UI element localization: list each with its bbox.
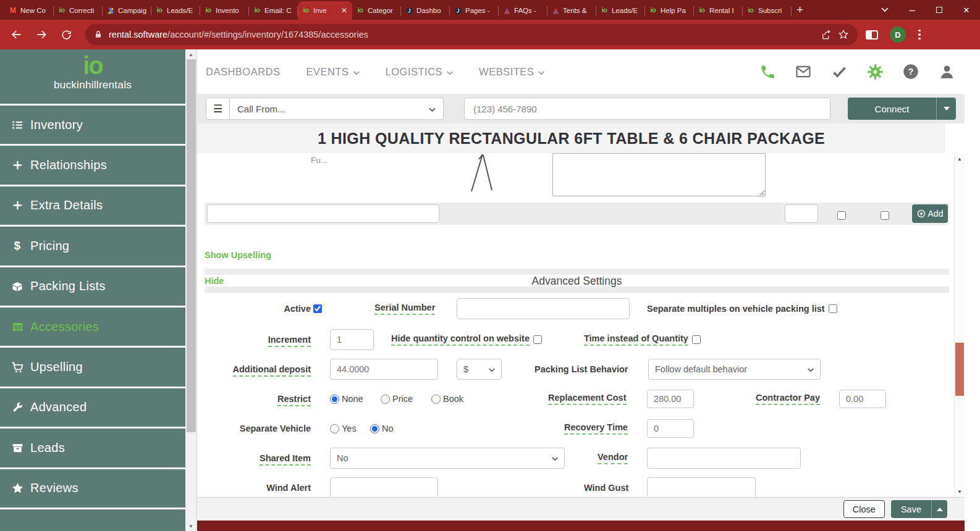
browser-tab[interactable]: ioHelp Pa bbox=[645, 1, 694, 20]
bookmark-star-icon[interactable] bbox=[838, 29, 849, 40]
side-panel-icon[interactable] bbox=[861, 24, 882, 45]
nav-events[interactable]: EVENTS bbox=[306, 66, 360, 78]
browser-tab[interactable]: ioSubscri bbox=[743, 1, 792, 20]
scroll-down-icon[interactable]: ▼ bbox=[185, 521, 196, 531]
close-button[interactable]: Close bbox=[843, 500, 885, 518]
sidebar-scrollbar[interactable]: ▲ ▼ bbox=[185, 49, 196, 531]
time-instead-label: Time instead of Quantity bbox=[584, 333, 688, 346]
sidebar-item-inventory[interactable]: Inventory bbox=[0, 104, 185, 144]
sidebar-scrollbar-thumb[interactable] bbox=[187, 59, 196, 432]
currency-select[interactable]: $ bbox=[457, 359, 502, 380]
minimize-button[interactable]: ─ bbox=[898, 0, 926, 20]
call-from-select[interactable]: Call From... bbox=[229, 98, 444, 120]
hide-qty-checkbox[interactable] bbox=[533, 335, 542, 344]
accessory-name-input[interactable] bbox=[207, 204, 439, 223]
replacement-cost-input[interactable] bbox=[647, 390, 694, 408]
maximize-button[interactable] bbox=[926, 0, 953, 20]
add-button[interactable]: Add bbox=[912, 204, 948, 223]
accessory-checkbox-2[interactable] bbox=[881, 211, 889, 220]
address-bar[interactable]: rental.software/account/#/settings/inven… bbox=[85, 24, 858, 45]
share-icon[interactable] bbox=[821, 29, 832, 40]
back-icon[interactable] bbox=[6, 24, 27, 45]
browser-tab[interactable]: MNew Co bbox=[5, 1, 54, 20]
wind-alert-input[interactable] bbox=[330, 477, 438, 498]
contractor-pay-input[interactable] bbox=[839, 390, 886, 408]
reload-icon[interactable] bbox=[56, 24, 77, 45]
connect-button[interactable]: Connect bbox=[848, 98, 936, 120]
accessory-description-textarea[interactable] bbox=[552, 153, 766, 196]
scroll-up-icon[interactable]: ▲ bbox=[955, 154, 965, 163]
shared-item-select[interactable]: No bbox=[330, 448, 565, 469]
show-upselling-link[interactable]: Show Upselling bbox=[205, 250, 271, 260]
browser-tab[interactable]: ioInvento bbox=[200, 1, 249, 20]
browser-tab[interactable]: Tents & bbox=[547, 1, 596, 20]
increment-input[interactable] bbox=[330, 329, 374, 350]
close-window-button[interactable]: ✕ bbox=[953, 0, 980, 20]
active-checkbox[interactable] bbox=[313, 304, 322, 313]
sidebar-item-accessories[interactable]: Accessories bbox=[0, 306, 185, 346]
serial-number-input[interactable] bbox=[457, 298, 630, 319]
nav-logistics[interactable]: LOGISTICS bbox=[386, 66, 454, 78]
help-icon[interactable]: ? bbox=[902, 63, 919, 80]
sidebar-item-upselling[interactable]: Upselling bbox=[0, 346, 185, 386]
wind-gust-input[interactable] bbox=[647, 477, 756, 498]
sidebar-item-pricing[interactable]: $Pricing bbox=[0, 225, 185, 265]
browser-tab[interactable]: Pages - bbox=[450, 1, 499, 20]
browser-tab[interactable]: ioCorrecti bbox=[54, 1, 103, 20]
browser-menu-icon[interactable] bbox=[913, 30, 926, 40]
browser-tab[interactable]: Campaig bbox=[103, 1, 151, 20]
new-tab-button[interactable]: + bbox=[796, 3, 803, 17]
connect-dropdown-button[interactable] bbox=[936, 98, 956, 120]
packing-list-behavior-select[interactable]: Follow default behavior bbox=[648, 359, 821, 380]
browser-tab[interactable]: Dashbo bbox=[401, 1, 450, 20]
sidebar-item-packing-lists[interactable]: Packing Lists bbox=[0, 266, 185, 306]
recovery-time-input[interactable] bbox=[647, 419, 694, 438]
sidebar-item-extra-details[interactable]: Extra Details bbox=[0, 185, 185, 225]
additional-deposit-input[interactable] bbox=[330, 359, 438, 380]
main-scrollbar[interactable]: ▲ ▼ bbox=[954, 153, 965, 497]
browser-tab[interactable]: ioEmail: C bbox=[249, 1, 298, 20]
browser-tab[interactable]: ioCategor bbox=[352, 1, 401, 20]
browser-tab[interactable]: ioLeads/E bbox=[151, 1, 200, 20]
forward-icon[interactable] bbox=[31, 24, 52, 45]
sidebar-item-advanced[interactable]: Advanced bbox=[0, 387, 185, 427]
check-icon[interactable] bbox=[830, 63, 848, 80]
phone-number-input[interactable] bbox=[464, 98, 830, 120]
accessory-qty-input[interactable] bbox=[785, 204, 818, 223]
profile-avatar[interactable]: D bbox=[890, 27, 906, 43]
browser-tab[interactable]: ioRental I bbox=[694, 1, 743, 20]
tab-close-icon[interactable]: ✕ bbox=[340, 6, 348, 15]
user-icon[interactable] bbox=[938, 63, 955, 80]
vendor-input[interactable] bbox=[647, 448, 801, 469]
save-dropdown-button[interactable] bbox=[931, 500, 947, 518]
browser-tab-active[interactable]: ioInve✕ bbox=[298, 1, 352, 20]
browser-tab[interactable]: ioLeads/E bbox=[596, 1, 645, 20]
nav-websites[interactable]: WEBSITES bbox=[479, 66, 544, 78]
gear-icon[interactable] bbox=[866, 63, 884, 80]
separate-vehicle-yes-radio[interactable] bbox=[330, 424, 339, 433]
main-scrollbar-thumb[interactable] bbox=[955, 343, 964, 396]
sidebar-item-reviews[interactable]: Reviews bbox=[0, 467, 185, 508]
sidebar-item-partial[interactable] bbox=[0, 508, 185, 531]
hamburger-icon[interactable]: ☰ bbox=[206, 98, 229, 120]
sidebar-item-leads[interactable]: Leads bbox=[0, 427, 185, 467]
restrict-book-radio[interactable] bbox=[431, 395, 441, 404]
save-button[interactable]: Save bbox=[891, 500, 931, 518]
tab-search-chevron-icon[interactable] bbox=[871, 0, 898, 20]
io-favicon-icon: io bbox=[57, 6, 66, 15]
scroll-up-icon[interactable]: ▲ bbox=[185, 49, 196, 59]
lock-icon[interactable] bbox=[94, 30, 103, 39]
separate-multiples-checkbox[interactable] bbox=[829, 304, 837, 313]
browser-tab[interactable]: FAQs - bbox=[499, 1, 547, 20]
separate-vehicle-no-radio[interactable] bbox=[370, 424, 379, 433]
window-controls: ─ ✕ bbox=[871, 0, 980, 20]
phone-icon[interactable] bbox=[759, 63, 776, 80]
accessory-checkbox-1[interactable] bbox=[837, 211, 846, 220]
scroll-down-icon[interactable]: ▼ bbox=[955, 487, 965, 496]
nav-dashboards[interactable]: DASHBOARDS bbox=[206, 66, 281, 78]
time-instead-checkbox[interactable] bbox=[692, 335, 701, 344]
restrict-price-radio[interactable] bbox=[381, 395, 390, 404]
sidebar-item-relationships[interactable]: Relationships bbox=[0, 144, 185, 184]
envelope-icon[interactable] bbox=[795, 63, 812, 80]
restrict-none-radio[interactable] bbox=[330, 395, 339, 404]
